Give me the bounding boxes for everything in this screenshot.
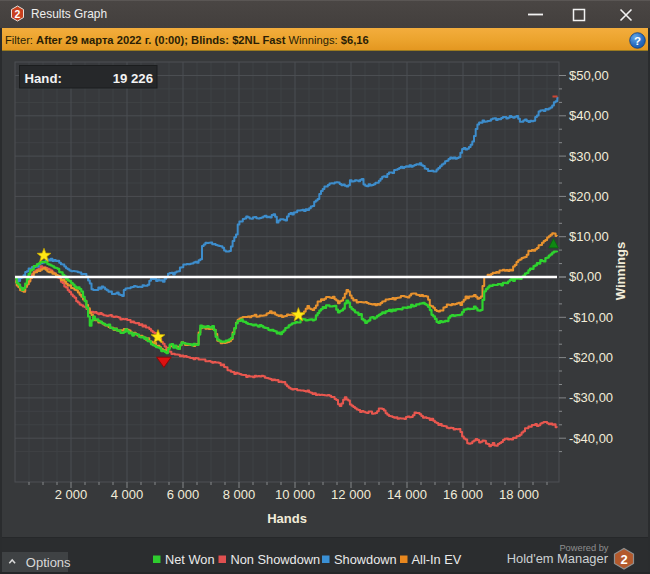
svg-text:Hand:: Hand: [25,71,62,86]
svg-text:Options: Options [26,555,71,570]
svg-text:$40,00: $40,00 [569,108,609,123]
svg-text:$30,00: $30,00 [569,149,609,164]
svg-text:Hands: Hands [267,511,307,526]
svg-text:$20,00: $20,00 [569,189,609,204]
svg-text:10 000: 10 000 [275,487,315,502]
svg-text:2: 2 [620,552,627,567]
svg-text:16 000: 16 000 [443,487,483,502]
svg-text:8 000: 8 000 [223,487,256,502]
svg-text:Net Won: Net Won [165,552,215,567]
svg-text:19 226: 19 226 [113,71,153,86]
svg-text:2: 2 [15,8,21,20]
svg-text:Winnings: Winnings [613,242,628,300]
svg-text:2 000: 2 000 [55,487,88,502]
svg-text:-$40,00: -$40,00 [569,431,613,446]
svg-text:$50,00: $50,00 [569,68,609,83]
svg-text:All-In EV: All-In EV [412,552,462,567]
svg-text:-$30,00: -$30,00 [569,390,613,405]
svg-text:?: ? [634,35,641,47]
svg-text:4 000: 4 000 [111,487,144,502]
svg-text:$0,00: $0,00 [569,269,602,284]
svg-text:Results Graph: Results Graph [31,7,107,21]
svg-text:-$10,00: -$10,00 [569,310,613,325]
svg-text:Hold'em Manager: Hold'em Manager [507,551,609,566]
svg-text:-$20,00: -$20,00 [569,350,613,365]
svg-text:Showdown: Showdown [334,552,397,567]
svg-text:14 000: 14 000 [387,487,427,502]
svg-text:12 000: 12 000 [331,487,371,502]
svg-text:6 000: 6 000 [167,487,200,502]
svg-text:Filter: After 29 марта 2022 г.: Filter: After 29 марта 2022 г. (0:00); B… [5,34,369,46]
svg-text:Non Showdown: Non Showdown [231,552,321,567]
svg-text:$10,00: $10,00 [569,229,609,244]
svg-text:18 000: 18 000 [499,487,539,502]
